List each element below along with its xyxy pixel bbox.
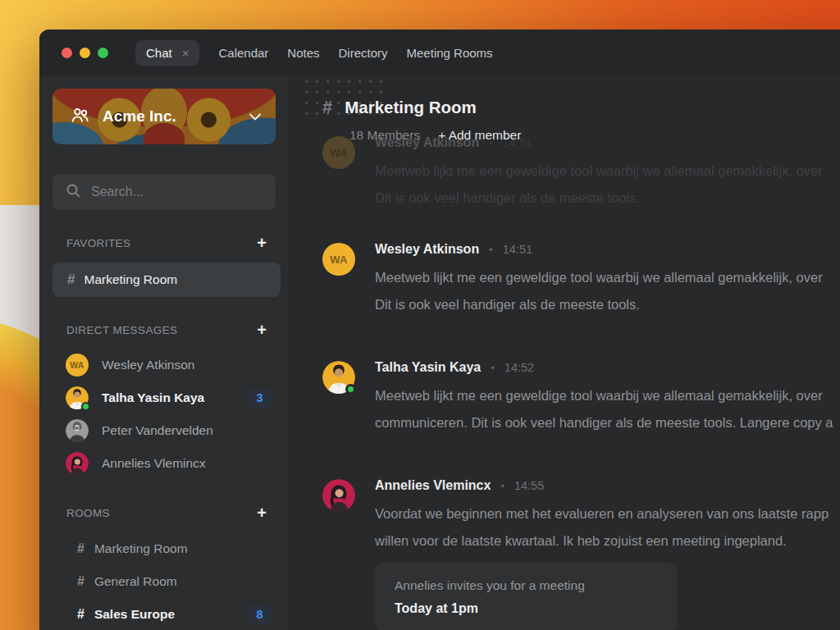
message-time: 14:52 <box>504 361 534 374</box>
dm-item-peter-vandervelden[interactable]: Peter Vandervelden <box>52 414 279 447</box>
dm-name: Peter Vandervelden <box>102 423 213 438</box>
message-line: Meetweb lijkt me een geweldige tool waar… <box>375 382 833 409</box>
org-switcher[interactable]: Acme Inc. <box>52 89 276 144</box>
message: Talha Yasin Kaya • 14:52 Meetweb lijkt m… <box>322 358 833 436</box>
dot-separator: • <box>489 244 493 256</box>
close-window-button[interactable] <box>62 48 72 58</box>
hash-icon: # <box>322 97 332 118</box>
app-tabs: Chat × Calendar Notes Directory Meeting … <box>135 40 493 66</box>
message-line: Dit is ook veel handiger als de meeste t… <box>375 291 823 318</box>
dm-list: WA Wesley Atkinson Talha Yasin Kaya 3 Pe… <box>39 349 289 480</box>
unread-badge: 3 <box>247 389 272 408</box>
avatar <box>66 419 89 442</box>
room-list: # Marketing Room # General Room # Sales … <box>39 532 289 630</box>
message-line: communiceren. Dit is ook veel handiger a… <box>375 409 833 436</box>
app-window: Chat × Calendar Notes Directory Meeting … <box>39 30 840 630</box>
room-item-marketing-room[interactable]: # Marketing Room <box>52 532 279 565</box>
zoom-window-button[interactable] <box>98 48 108 58</box>
online-status-dot <box>81 402 90 411</box>
dms-header: DIRECT MESSAGES + <box>39 322 289 338</box>
invite-time: Today at 1pm <box>395 601 657 616</box>
message-time: 14:55 <box>514 479 544 492</box>
hash-icon: # <box>77 541 84 556</box>
room-label: Marketing Room <box>94 541 188 556</box>
titlebar: Chat × Calendar Notes Directory Meeting … <box>39 30 840 75</box>
hash-icon: # <box>77 607 84 622</box>
message-time: 14:51 <box>503 243 532 256</box>
avatar: WA <box>66 354 89 377</box>
search-icon <box>66 183 80 201</box>
dm-item-wesley-atkinson[interactable]: WA Wesley Atkinson <box>52 349 279 381</box>
dot-separator: • <box>491 362 495 374</box>
dot-separator: • <box>500 480 504 492</box>
minimize-window-button[interactable] <box>80 48 90 58</box>
invite-text: Annelies invites you for a meeting <box>395 578 657 593</box>
tab-calendar[interactable]: Calendar <box>218 46 268 60</box>
favorites-header: FAVORITES + <box>39 235 289 251</box>
add-dm-button[interactable]: + <box>257 322 267 338</box>
online-status-dot <box>345 384 356 395</box>
tab-meeting-rooms[interactable]: Meeting Rooms <box>407 46 493 60</box>
dm-item-annelies-vlemincx[interactable]: Annelies Vlemincx <box>52 447 279 480</box>
message-line: Voordat we beginnen met het evalueren en… <box>375 500 829 527</box>
avatar <box>322 361 355 394</box>
message-line: Meetweb lijkt me een geweldige tool waar… <box>375 158 823 185</box>
page-title: Marketing Room <box>345 98 477 117</box>
dm-name: Talha Yasin Kaya <box>102 390 204 405</box>
chat-header: # Marketing Room 18 Members + Add member <box>290 75 840 143</box>
rooms-header: ROOMS + <box>39 504 289 521</box>
dms-title: DIRECT MESSAGES <box>66 324 178 336</box>
avatar: WA <box>322 243 355 276</box>
avatar <box>322 479 355 512</box>
add-room-button[interactable]: + <box>257 504 267 521</box>
meeting-invite-card[interactable]: Annelies invites you for a meeting Today… <box>375 563 677 630</box>
message-author: Annelies Vlemincx <box>375 478 491 493</box>
favorite-label: Marketing Room <box>84 272 177 287</box>
dm-item-talha-yasin-kaya[interactable]: Talha Yasin Kaya 3 <box>52 381 279 414</box>
message: WA Wesley Atkinson • 14:51 Meetweb lijkt… <box>322 240 823 318</box>
message-line: Dit is ook veel handiger als de meeste t… <box>375 185 823 212</box>
search-box[interactable] <box>52 174 276 210</box>
message-author: Wesley Atkinson <box>375 242 479 257</box>
avatar <box>66 386 89 409</box>
add-favorite-button[interactable]: + <box>257 235 267 251</box>
message-author: Talha Yasin Kaya <box>375 360 481 375</box>
member-count: 18 Members <box>349 128 420 143</box>
org-name: Acme Inc. <box>103 107 176 126</box>
close-icon[interactable]: × <box>182 47 189 59</box>
people-icon <box>70 105 90 129</box>
chat-panel: WA Wesley Atkinson • 14:51 Meetweb lijkt… <box>289 75 840 630</box>
chevron-down-icon[interactable] <box>249 109 261 124</box>
room-item-general-room[interactable]: # General Room <box>52 565 279 598</box>
message-line: willen voor de laatste kwartaal. Ik heb … <box>375 527 829 555</box>
tab-notes[interactable]: Notes <box>287 46 319 60</box>
traffic-lights <box>62 48 108 58</box>
tab-directory[interactable]: Directory <box>339 46 388 60</box>
sidebar: Acme Inc. FAVORITES + # Marketing Room <box>39 75 289 630</box>
message-line: Meetweb lijkt me een geweldige tool waar… <box>375 264 823 291</box>
hash-icon: # <box>77 574 84 589</box>
room-label: Sales Europe <box>94 607 175 622</box>
unread-badge: 8 <box>247 605 272 624</box>
rooms-title: ROOMS <box>66 507 110 519</box>
avatar <box>66 452 89 475</box>
add-member-button[interactable]: + Add member <box>438 128 521 143</box>
hash-icon: # <box>67 272 75 288</box>
tab-chat-label: Chat <box>146 46 172 60</box>
dm-name: Annelies Vlemincx <box>102 456 206 471</box>
room-label: General Room <box>94 574 177 589</box>
room-item-sales-europe[interactable]: # Sales Europe 8 <box>52 598 279 630</box>
search-input[interactable] <box>91 185 255 199</box>
dm-name: Wesley Atkinson <box>102 358 194 372</box>
message-faded: WA Wesley Atkinson • 14:51 Meetweb lijkt… <box>322 133 823 212</box>
message: Annelies Vlemincx • 14:55 Voordat we beg… <box>322 476 829 630</box>
sidebar-item-marketing-room-favorite[interactable]: # Marketing Room <box>52 262 281 297</box>
favorites-title: FAVORITES <box>66 237 130 249</box>
tab-chat[interactable]: Chat × <box>135 40 199 66</box>
